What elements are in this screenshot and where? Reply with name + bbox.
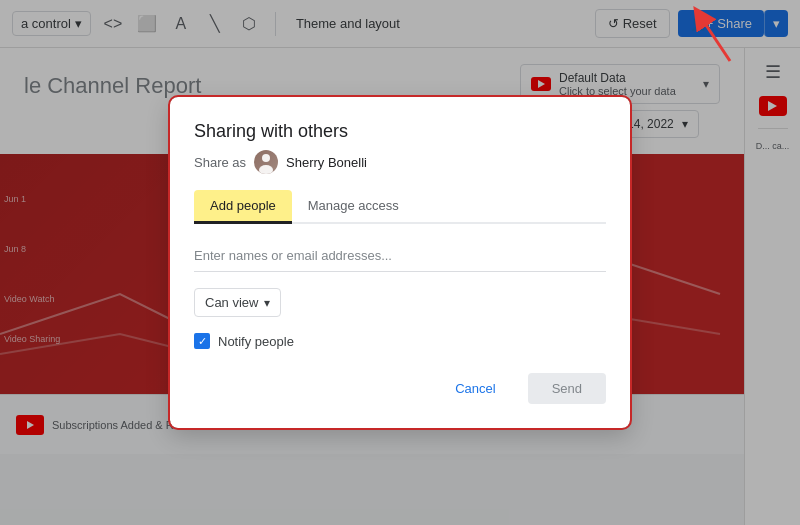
notify-label: Notify people [218,334,294,349]
email-input-container [194,244,606,272]
checkmark-icon: ✓ [198,336,207,347]
tab-manage-access[interactable]: Manage access [292,190,415,224]
send-button[interactable]: Send [528,373,606,404]
modal-tabs: Add people Manage access [194,190,606,224]
avatar [254,150,278,174]
permission-dropdown[interactable]: Can view ▾ [194,288,281,317]
svg-point-1 [259,165,273,174]
permission-label: Can view [205,295,258,310]
avatar-image [254,150,278,174]
tab-add-people-label: Add people [210,198,276,213]
notify-row: ✓ Notify people [194,333,606,349]
person-icon [254,150,278,174]
user-name: Sherry Bonelli [286,155,367,170]
email-input[interactable] [194,244,606,267]
tab-add-people[interactable]: Add people [194,190,292,224]
share-as-row: Share as Sherry Bonelli [194,150,606,174]
share-as-label: Share as [194,155,246,170]
cancel-button[interactable]: Cancel [431,373,519,404]
modal-overlay[interactable]: Sharing with others Share as Sherry Bone… [0,0,800,525]
tab-manage-access-label: Manage access [308,198,399,213]
chevron-down-icon: ▾ [264,296,270,310]
cancel-label: Cancel [455,381,495,396]
sharing-modal: Sharing with others Share as Sherry Bone… [170,97,630,428]
send-label: Send [552,381,582,396]
modal-buttons: Cancel Send [194,373,606,404]
svg-point-0 [262,154,270,162]
notify-checkbox[interactable]: ✓ [194,333,210,349]
modal-title: Sharing with others [194,121,606,142]
